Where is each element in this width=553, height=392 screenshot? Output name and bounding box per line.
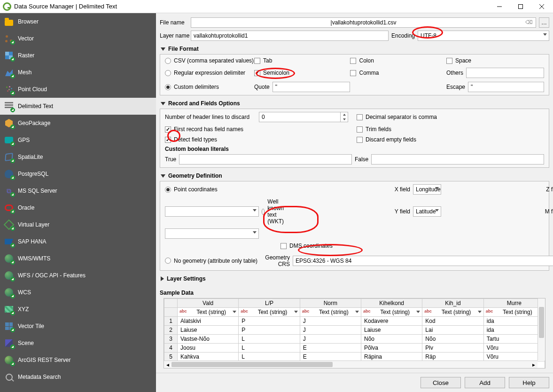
sidebar-item-delimited-text[interactable]: Delimited Text xyxy=(0,98,156,115)
false-label: False xyxy=(355,156,368,163)
colon-check[interactable]: Colon xyxy=(350,57,446,64)
column-type-select[interactable]: abcText (string) xyxy=(178,307,239,316)
table-row[interactable]: 1AlatskiviPJKodavereKodida xyxy=(164,316,545,325)
clear-icon[interactable]: ⌫ xyxy=(525,19,533,25)
sample-data-table[interactable]: ValdL/PNormKihelkondKih_idMurreabcText (… xyxy=(164,298,545,369)
others-input[interactable] xyxy=(466,68,544,78)
sidebar-item-postgresql[interactable]: PostgreSQL xyxy=(0,165,156,182)
column-type-select[interactable]: abcText (string) xyxy=(239,307,300,316)
close-window-button[interactable] xyxy=(531,0,552,13)
layer-name-input[interactable] xyxy=(191,31,389,41)
column-type-select[interactable]: abcText (string) xyxy=(422,307,483,316)
no-geom-radio[interactable]: No geometry (attribute only table) xyxy=(165,258,259,264)
layer-settings-header[interactable]: Layer Settings xyxy=(160,274,549,284)
sidebar-item-label: Browser xyxy=(18,18,39,25)
layer-name-label: Layer name xyxy=(160,32,188,39)
chevron-down-icon xyxy=(161,102,165,105)
semicolon-check[interactable]: Semicolon xyxy=(254,70,350,76)
column-header[interactable]: L/P xyxy=(239,298,300,307)
browse-button[interactable]: … xyxy=(539,17,549,28)
column-header[interactable]: Kih_id xyxy=(422,298,483,307)
help-button[interactable]: Help xyxy=(509,377,549,388)
horizontal-scrollbar[interactable]: ◂▸ xyxy=(164,361,537,368)
sidebar-item-spatialite[interactable]: SpatiaLite xyxy=(0,149,156,165)
table-row[interactable]: 3Vastse-NõoLJNõoNõoTartu xyxy=(164,334,545,343)
sidebar-item-xyz[interactable]: XYZ xyxy=(0,301,156,318)
column-header[interactable]: Kihelkond xyxy=(361,298,422,307)
folder-icon xyxy=(5,17,13,26)
sidebar-item-ms-sql-server[interactable]: ⧉MS SQL Server xyxy=(0,182,156,199)
escape-input[interactable] xyxy=(468,82,544,92)
table-row[interactable]: 4JoosuLEPõlvaPlvVõru xyxy=(164,343,545,352)
table-row[interactable]: 2LaiusePJLaiuseLaiida xyxy=(164,325,545,334)
sidebar-item-vector-tile[interactable]: Vector Tile xyxy=(0,318,156,335)
file-format-header[interactable]: File Format xyxy=(160,44,549,54)
dms-check[interactable]: DMS coordinates xyxy=(280,243,333,249)
sidebar-item-point-cloud[interactable]: Point Cloud xyxy=(0,81,156,98)
true-input[interactable] xyxy=(179,154,352,165)
geometry-header[interactable]: Geometry Definition xyxy=(160,171,549,181)
wkt-radio[interactable]: Well known text (WKT) xyxy=(262,198,290,225)
encoding-select[interactable]: UTF-8 xyxy=(418,31,549,41)
gps-icon xyxy=(5,136,13,144)
sidebar-item-browser[interactable]: Browser xyxy=(0,13,156,30)
vtile-icon xyxy=(5,322,13,330)
mfield-select[interactable] xyxy=(165,228,259,239)
sidebar-item-label: SAP HANA xyxy=(18,238,46,245)
false-input[interactable] xyxy=(371,154,544,165)
file-name-input[interactable]: |vallakohtuprotokollid1.csv ⌫ xyxy=(191,17,536,28)
meta-icon xyxy=(5,373,13,381)
true-label: True xyxy=(165,156,176,163)
zfield-select[interactable] xyxy=(165,206,259,217)
first-record-check[interactable]: First record has field names xyxy=(165,126,348,133)
quote-input[interactable] xyxy=(273,82,350,92)
sidebar-item-sap-hana[interactable]: SAP HANA xyxy=(0,233,156,250)
point-coords-radio[interactable]: Point coordinates xyxy=(165,186,259,193)
sidebar-item-label: ArcGIS REST Server xyxy=(18,357,70,363)
sidebar-item-wfs-ogc-api-features[interactable]: WFS / OGC API - Features xyxy=(0,267,156,284)
arc-icon xyxy=(5,356,13,364)
column-header[interactable]: Vald xyxy=(178,298,239,307)
sidebar-item-wcs[interactable]: WCS xyxy=(0,284,156,301)
regex-radio[interactable]: Regular expression delimiter xyxy=(165,70,254,76)
record-fields-header[interactable]: Record and Fields Options xyxy=(160,98,549,109)
discard-empty-check[interactable]: Discard empty fields xyxy=(357,136,544,143)
sidebar-item-scene[interactable]: Scene xyxy=(0,335,156,352)
add-button[interactable]: Add xyxy=(465,377,505,388)
column-type-select[interactable]: abcText (string) xyxy=(361,307,422,316)
sidebar-item-oracle[interactable]: Oracle xyxy=(0,199,156,216)
table-row[interactable]: 5KahkvaLERäpinaRäpVõru xyxy=(164,352,545,361)
column-header[interactable]: Murre xyxy=(483,298,545,307)
file-name-label: File name xyxy=(160,19,188,26)
space-check[interactable]: Space xyxy=(446,57,544,64)
headerlines-spinner[interactable]: 0 xyxy=(259,112,348,122)
sidebar-item-mesh[interactable]: Mesh xyxy=(0,64,156,81)
minimize-button[interactable] xyxy=(489,0,510,13)
decimal-comma-check[interactable]: Decimal separator is comma xyxy=(357,114,544,120)
sidebar-item-geopackage[interactable]: GeoPackage xyxy=(0,115,156,132)
sidebar-item-raster[interactable]: Raster xyxy=(0,47,156,64)
trim-check[interactable]: Trim fields xyxy=(357,126,544,133)
sidebar-item-vector[interactable]: Vector xyxy=(0,30,156,47)
column-header[interactable]: Norm xyxy=(300,298,361,307)
sidebar-item-arcgis-rest-server[interactable]: ArcGIS REST Server xyxy=(0,352,156,368)
close-button[interactable]: Close xyxy=(421,377,461,388)
csv-radio[interactable]: CSV (comma separated values) xyxy=(165,57,254,64)
maximize-button[interactable] xyxy=(510,0,531,13)
detect-types-check[interactable]: Detect field types xyxy=(165,136,348,143)
column-type-select[interactable]: abcText (string) xyxy=(300,307,361,316)
custom-radio[interactable]: Custom delimiters xyxy=(165,84,254,90)
crs-select[interactable]: EPSG:4326 - WGS 84 xyxy=(293,256,553,266)
vertical-scrollbar[interactable] xyxy=(537,298,545,361)
wfs-icon xyxy=(5,271,13,280)
dialog-footer: Close Add Help xyxy=(156,373,553,392)
sidebar-item-gps[interactable]: GPS xyxy=(0,132,156,149)
tab-check[interactable]: Tab xyxy=(254,57,350,64)
xfield-select[interactable]: Longitude xyxy=(413,184,441,195)
column-type-select[interactable]: abcText (string) xyxy=(483,307,545,316)
sidebar-item-metadata-search[interactable]: Metadata Search xyxy=(0,368,156,385)
yfield-select[interactable]: Latitude xyxy=(413,206,441,217)
sidebar-item-wms-wmts[interactable]: WMS/WMTS xyxy=(0,250,156,267)
sidebar-item-virtual-layer[interactable]: Virtual Layer xyxy=(0,216,156,233)
comma-check[interactable]: Comma xyxy=(350,70,446,76)
